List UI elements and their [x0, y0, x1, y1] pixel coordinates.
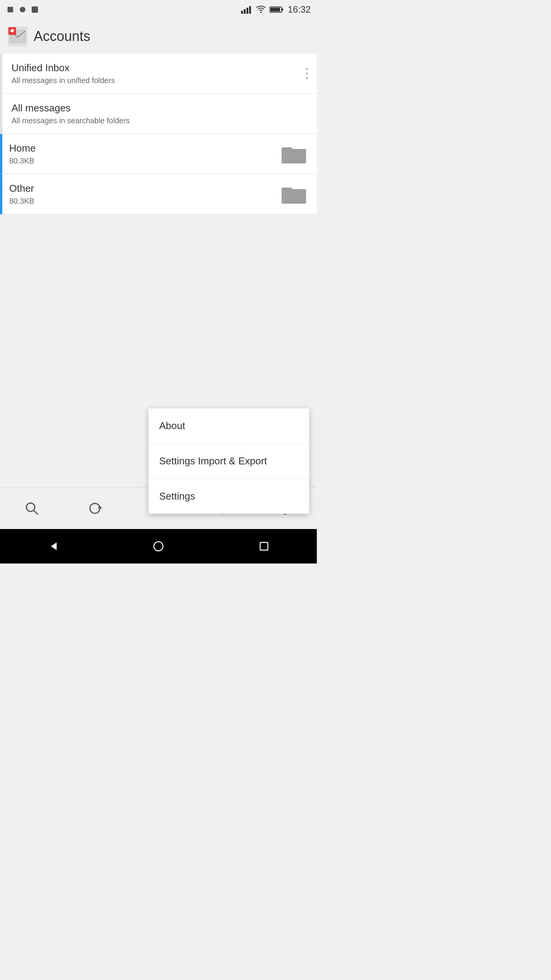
- svg-rect-2: [32, 7, 38, 13]
- svg-rect-17: [282, 147, 292, 153]
- email-app-icon: [8, 27, 27, 46]
- list-item-all-messages[interactable]: All messages All messages in searchable …: [0, 94, 317, 134]
- camera-icon: [18, 5, 27, 14]
- dropdown-menu: About Settings Import & Export Settings: [148, 408, 309, 514]
- svg-marker-22: [98, 506, 102, 508]
- svg-rect-4: [244, 9, 246, 14]
- home-subtitle: 80.3KB: [9, 157, 279, 165]
- home-nav-icon: [153, 541, 164, 552]
- app-icon: [8, 26, 28, 46]
- battery-icon: [269, 6, 283, 13]
- unified-inbox-text: Unified Inbox All messages in unified fo…: [11, 62, 305, 85]
- svg-line-21: [34, 510, 38, 514]
- svg-rect-33: [260, 542, 268, 550]
- signal-icon: [241, 5, 253, 14]
- accounts-list: Unified Inbox All messages in unified fo…: [0, 54, 317, 214]
- status-bar: 16:32: [0, 0, 317, 19]
- list-item-unified-inbox[interactable]: Unified Inbox All messages in unified fo…: [0, 54, 317, 94]
- back-button[interactable]: [41, 535, 64, 558]
- svg-point-20: [26, 503, 35, 511]
- menu-item-settings-import-export[interactable]: Settings Import & Export: [148, 444, 309, 479]
- wifi-icon: [256, 5, 266, 14]
- svg-rect-6: [249, 6, 251, 14]
- home-nav-button[interactable]: [147, 535, 170, 558]
- notification-icon: [6, 5, 15, 14]
- back-icon: [47, 541, 59, 552]
- unified-inbox-subtitle: All messages in unified folders: [11, 76, 305, 85]
- svg-rect-9: [282, 8, 283, 11]
- home-text: Home 80.3KB: [9, 142, 279, 165]
- other-subtitle: 80.3KB: [9, 197, 279, 206]
- all-messages-text: All messages All messages in searchable …: [11, 102, 309, 125]
- home-title: Home: [9, 142, 279, 154]
- svg-point-13: [306, 68, 308, 70]
- status-bar-system: 16:32: [241, 4, 311, 15]
- list-item-home[interactable]: Home 80.3KB: [0, 134, 317, 174]
- svg-rect-10: [270, 8, 280, 11]
- list-item-other[interactable]: Other 80.3KB: [0, 174, 317, 214]
- recents-button[interactable]: [253, 535, 276, 558]
- svg-point-7: [260, 11, 262, 13]
- svg-rect-5: [246, 8, 248, 14]
- svg-rect-3: [241, 11, 243, 14]
- search-icon: [24, 501, 39, 516]
- page-title: Accounts: [34, 28, 90, 44]
- all-messages-subtitle: All messages in searchable folders: [11, 116, 309, 125]
- svg-point-15: [306, 77, 308, 79]
- folder-icon-home: [282, 144, 306, 163]
- time-display: 16:32: [288, 4, 311, 15]
- other-title: Other: [9, 183, 279, 194]
- svg-point-14: [306, 72, 308, 75]
- recents-icon: [259, 541, 269, 551]
- svg-rect-0: [8, 7, 13, 13]
- refresh-icon: [88, 501, 102, 516]
- menu-item-settings[interactable]: Settings: [148, 479, 309, 514]
- refresh-button[interactable]: [80, 493, 110, 524]
- list-item-indicator: [305, 66, 309, 81]
- folder-icon-other: [282, 185, 306, 204]
- app-bar: Accounts: [0, 19, 317, 54]
- unified-inbox-title: Unified Inbox: [11, 62, 305, 74]
- other-text: Other 80.3KB: [9, 183, 279, 206]
- all-messages-title: All messages: [11, 102, 309, 114]
- svg-rect-19: [282, 188, 292, 193]
- status-bar-notifications: [6, 5, 39, 14]
- svg-marker-31: [51, 542, 57, 550]
- search-button[interactable]: [16, 493, 47, 524]
- other-folder-icon-wrapper: [279, 183, 309, 206]
- svg-point-1: [20, 7, 26, 13]
- svg-point-32: [154, 542, 163, 551]
- app-icon-small: [31, 5, 39, 14]
- menu-item-about[interactable]: About: [148, 408, 309, 444]
- home-folder-icon-wrapper: [279, 142, 309, 165]
- android-nav-bar: [0, 529, 317, 564]
